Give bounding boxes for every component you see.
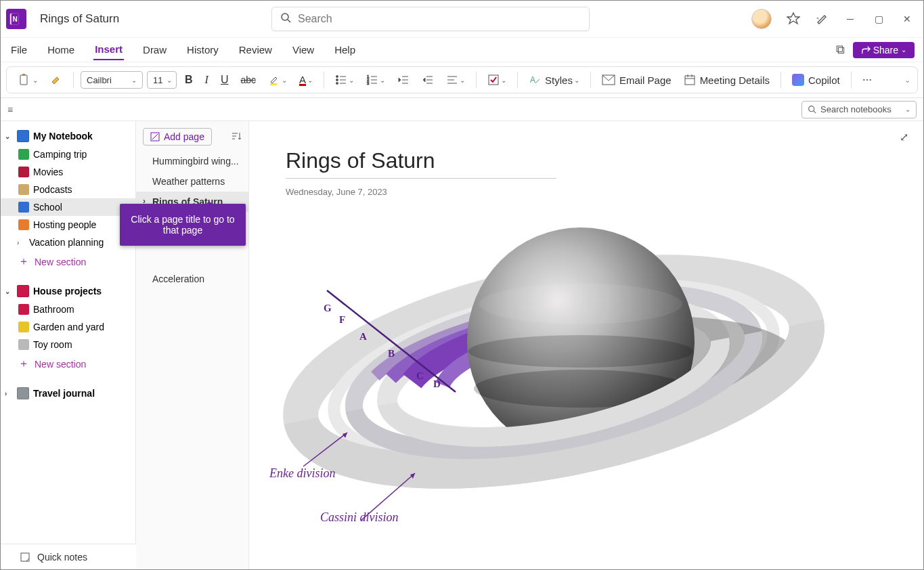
plus-icon: ＋ [18, 255, 29, 269]
notebook-icon [17, 285, 29, 297]
svg-text:A: A [530, 75, 535, 85]
pen-icon[interactable] [815, 12, 829, 26]
svg-point-51 [479, 284, 682, 324]
menu-bar: File Home Insert Draw History Review Vie… [1, 38, 923, 62]
svg-point-9 [336, 76, 338, 78]
pages-panel: Add page Hummingbird wing... Weather pat… [136, 121, 249, 570]
page-item[interactable]: Acceleration [136, 269, 248, 289]
format-painter-button[interactable] [46, 71, 66, 89]
notebook-my-notebook[interactable]: ⌄ My Notebook [1, 127, 135, 146]
ring-label-g: G [324, 303, 332, 314]
paste-button[interactable]: ⌄ [14, 70, 42, 89]
indent-button[interactable] [418, 71, 438, 89]
svg-text:N: N [13, 16, 18, 23]
font-size-select[interactable]: 11⌄ [147, 71, 177, 89]
page-canvas[interactable]: ⤢ Rings of Saturn Wednesday, June 7, 202… [249, 121, 923, 570]
premium-icon[interactable] [787, 12, 800, 27]
meeting-details-button[interactable]: Meeting Details [680, 71, 774, 89]
chevron-down-icon: ⌄ [5, 133, 13, 140]
section-podcasts[interactable]: Podcasts [1, 181, 135, 198]
bullet-list-button[interactable]: ⌄ [331, 71, 358, 89]
search-input[interactable]: Search [271, 7, 590, 31]
svg-rect-35 [685, 76, 695, 85]
new-section-button-2[interactable]: ＋New section [1, 353, 135, 374]
svg-line-40 [814, 111, 816, 113]
menu-review[interactable]: Review [238, 40, 273, 60]
notebook-travel-journal[interactable]: › Travel journal [1, 384, 135, 403]
annotation-cassini: Cassini division [320, 510, 399, 525]
svg-text:3: 3 [367, 81, 370, 85]
section-movies[interactable]: Movies [1, 163, 135, 181]
menu-insert[interactable]: Insert [93, 39, 124, 60]
font-color-button[interactable]: A⌄ [295, 71, 317, 89]
numbered-list-button[interactable]: 123⌄ [362, 71, 389, 89]
ring-label-f: F [339, 314, 345, 326]
page-item[interactable]: Hummingbird wing... [136, 151, 248, 171]
section-toy-room[interactable]: Toy room [1, 336, 135, 353]
quick-notes-button[interactable]: Quick notes [1, 544, 136, 569]
menu-draw[interactable]: Draw [141, 40, 168, 60]
fullscreen-icon[interactable]: ⧉ [836, 43, 845, 57]
svg-point-3 [282, 14, 288, 20]
nav-toggle-icon[interactable]: ≡ [7, 104, 13, 115]
expand-canvas-icon[interactable]: ⤢ [900, 131, 908, 144]
section-hosting-people[interactable]: Hosting people [1, 216, 135, 234]
ribbon-toolbar: ⌄ Cailbri⌄ 11⌄ B I U abc ⌄ A⌄ ⌄ 123⌄ ⌄ ⌄… [6, 66, 918, 93]
section-vacation-planning[interactable]: ›Vacation planning [1, 234, 135, 251]
strikethrough-button[interactable]: abc [236, 72, 260, 88]
ring-label-c: C [416, 370, 424, 382]
section-school[interactable]: School [1, 198, 135, 216]
highlight-button[interactable]: ⌄ [264, 71, 291, 89]
styles-button[interactable]: AStyles⌄ [525, 71, 584, 89]
window-minimize-icon[interactable]: ─ [843, 14, 857, 24]
page-title[interactable]: Rings of Saturn [286, 148, 435, 173]
ribbon-expand-icon[interactable]: ⌄ [904, 76, 910, 85]
window-maximize-icon[interactable]: ▢ [872, 14, 885, 24]
copilot-icon [792, 74, 804, 86]
svg-line-4 [288, 20, 290, 22]
align-button[interactable]: ⌄ [442, 71, 469, 89]
svg-point-11 [336, 79, 338, 81]
notebook-icon [17, 387, 29, 399]
share-button[interactable]: Share ⌄ [853, 42, 915, 58]
font-name-select[interactable]: Cailbri⌄ [81, 71, 143, 89]
window-close-icon[interactable]: ✕ [900, 14, 914, 24]
sort-pages-icon[interactable] [231, 131, 242, 144]
ring-label-a: A [359, 331, 367, 343]
todo-tag-button[interactable]: ⌄ [483, 71, 510, 89]
notebook-icon [17, 130, 29, 142]
svg-point-39 [809, 106, 814, 112]
ring-label-b: B [388, 348, 395, 359]
copilot-button[interactable]: Copilot [788, 71, 844, 89]
new-section-button-1[interactable]: ＋New section [1, 251, 135, 272]
menu-home[interactable]: Home [46, 40, 76, 60]
menu-file[interactable]: File [9, 40, 28, 60]
chevron-right-icon: › [5, 390, 13, 397]
page-item[interactable]: Weather patterns [136, 171, 248, 192]
svg-marker-24 [399, 78, 401, 82]
section-garden-and-yard[interactable]: Garden and yard [1, 318, 135, 336]
notebook-house-projects[interactable]: ⌄ House projects [1, 282, 135, 301]
ring-label-d: D [433, 378, 441, 390]
title-bar: N Rings of Saturn Search ─ ▢ ✕ [1, 1, 923, 38]
underline-button[interactable]: U [217, 71, 233, 89]
menu-history[interactable]: History [185, 40, 220, 60]
document-title: Rings of Saturn [40, 12, 119, 26]
search-notebooks-input[interactable]: Search notebooks ⌄ [801, 101, 917, 118]
section-camping-trip[interactable]: Camping trip [1, 146, 135, 163]
svg-rect-7 [22, 74, 25, 76]
svg-point-52 [468, 335, 693, 368]
section-bathroom[interactable]: Bathroom [1, 301, 135, 318]
outdent-button[interactable] [393, 71, 414, 89]
user-avatar[interactable] [751, 9, 772, 29]
menu-help[interactable]: Help [333, 40, 357, 60]
menu-view[interactable]: View [291, 40, 315, 60]
add-page-button[interactable]: Add page [143, 128, 212, 146]
annotation-enke: Enke division [269, 466, 335, 481]
italic-button[interactable]: I [201, 71, 213, 89]
email-page-button[interactable]: Email Page [598, 72, 676, 89]
bold-button[interactable]: B [181, 71, 197, 89]
more-button[interactable]: ⋯ [858, 72, 876, 88]
app-icon: N [6, 9, 26, 29]
sub-bar: ≡ Search notebooks ⌄ [1, 98, 923, 121]
